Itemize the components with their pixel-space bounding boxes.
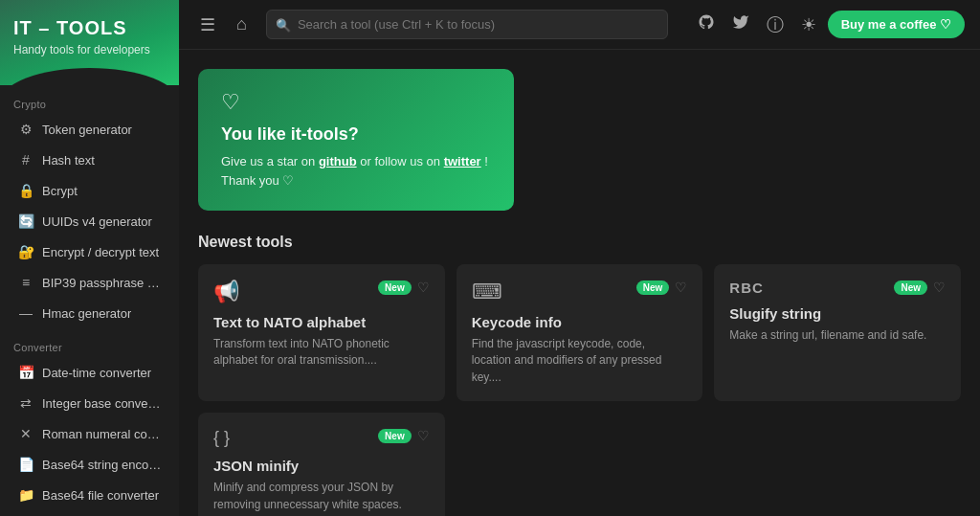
promo-twitter-link[interactable]: twitter — [444, 154, 481, 168]
tool-card-header: 📢 New ♡ — [213, 280, 430, 304]
new-badge: New — [378, 429, 412, 443]
lock-icon: 🔒 — [17, 183, 34, 198]
promo-text: Give us a star on github or follow us on… — [221, 152, 491, 190]
topbar-right: ⓘ ☀ Buy me a coffee ♡ — [692, 8, 965, 42]
search-input[interactable] — [266, 10, 668, 39]
new-badge: New — [894, 280, 927, 295]
menu-button[interactable]: ☰ — [194, 9, 221, 41]
sidebar-item-bcrypt[interactable]: 🔒 Bcrypt — [4, 176, 175, 205]
sidebar-label: Encrypt / decrypt text — [42, 245, 159, 259]
tool-card-keycode[interactable]: ⌨ New ♡ Keycode info Find the javascript… — [457, 264, 703, 401]
tool-card-json-minify[interactable]: { } New ♡ JSON minify Minify and compres… — [198, 413, 445, 516]
sidebar-header: IT – TOOLS Handy tools for developers — [0, 0, 179, 85]
tools-grid-bottom: { } New ♡ JSON minify Minify and compres… — [198, 413, 961, 516]
tool-card-header: RBC New ♡ — [729, 280, 946, 296]
github-icon — [698, 13, 715, 35]
favorite-icon[interactable]: ♡ — [933, 280, 946, 295]
roman-icon: ✕ — [17, 426, 34, 441]
tool-card-name: Slugify string — [729, 305, 946, 322]
token-icon: ⚙ — [17, 122, 34, 137]
theme-button[interactable]: ☀ — [795, 9, 822, 41]
keyboard-icon: ⌨ — [472, 280, 502, 304]
bip-icon: ≡ — [17, 275, 34, 290]
sidebar-label: Hmac generator — [42, 306, 131, 321]
json-icon: { } — [213, 428, 230, 448]
favorite-icon[interactable]: ♡ — [417, 428, 430, 443]
sidebar-label: Token generator — [42, 123, 132, 137]
info-button[interactable]: ⓘ — [761, 8, 790, 42]
base64-file-icon: 📁 — [17, 487, 34, 503]
sidebar-label: Bcrypt — [42, 184, 78, 198]
sidebar-label: Hash text — [42, 153, 95, 168]
sidebar-item-base64-string[interactable]: 📄 Base64 string encoder... — [4, 450, 175, 479]
github-button[interactable] — [692, 8, 721, 41]
promo-github-link[interactable]: github — [319, 154, 357, 168]
sidebar-title: IT – TOOLS — [13, 17, 166, 39]
promo-text-middle: or follow us on — [360, 154, 443, 168]
sidebar-item-hmac[interactable]: — Hmac generator — [4, 299, 175, 327]
abc-icon: RBC — [729, 280, 764, 296]
hmac-icon: — — [17, 305, 34, 321]
sidebar-label: Date-time converter — [42, 366, 151, 380]
card-badges: New ♡ — [636, 280, 688, 295]
sidebar-item-base64-file[interactable]: 📁 Base64 file converter — [4, 481, 175, 509]
twitter-icon — [732, 13, 749, 35]
info-icon: ⓘ — [767, 13, 784, 36]
tool-card-nato[interactable]: 📢 New ♡ Text to NATO alphabet Transform … — [198, 264, 445, 401]
buy-coffee-button[interactable]: Buy me a coffee ♡ — [828, 11, 965, 38]
sidebar-section-crypto: Crypto — [0, 85, 179, 114]
sidebar-section-converter: Converter — [0, 328, 179, 357]
promo-heart-icon: ♡ — [221, 90, 491, 115]
nato-icon: 📢 — [213, 280, 239, 304]
new-badge: New — [378, 280, 412, 295]
promo-title: You like it-tools? — [221, 124, 491, 145]
sidebar-item-base-converter[interactable]: ⇄ Integer base converter — [4, 389, 175, 417]
tool-card-desc: Make a string url, filename and id safe. — [729, 327, 946, 344]
card-badges: New ♡ — [378, 428, 430, 443]
base-icon: ⇄ — [17, 395, 34, 411]
promo-text-before: Give us a star on — [221, 154, 319, 168]
card-badges: New ♡ — [894, 280, 946, 295]
sidebar-label: BIP39 passphrase gen... — [42, 276, 162, 290]
sidebar: IT – TOOLS Handy tools for developers Cr… — [0, 0, 179, 516]
theme-icon: ☀ — [801, 14, 816, 35]
sidebar-item-token-generator[interactable]: ⚙ Token generator — [4, 115, 175, 144]
tool-card-name: Text to NATO alphabet — [213, 314, 430, 330]
home-button[interactable]: ⌂ — [231, 9, 253, 40]
tool-card-header: { } New ♡ — [213, 428, 430, 448]
newest-section-title: Newest tools — [198, 234, 961, 251]
sidebar-item-datetime[interactable]: 📅 Date-time converter — [4, 358, 175, 387]
favorite-icon[interactable]: ♡ — [675, 280, 687, 295]
sidebar-label: Roman numeral conve... — [42, 427, 162, 441]
sidebar-subtitle: Handy tools for developers — [13, 43, 166, 56]
hash-icon: # — [17, 152, 34, 168]
base64-string-icon: 📄 — [17, 457, 34, 472]
twitter-button[interactable] — [726, 8, 755, 41]
sidebar-item-uuid[interactable]: 🔄 UUIDs v4 generator — [4, 207, 175, 236]
tool-card-name: JSON minify — [213, 458, 430, 474]
promo-card: ♡ You like it-tools? Give us a star on g… — [198, 69, 514, 211]
sidebar-label: Base64 string encoder... — [42, 458, 162, 472]
sidebar-item-encrypt[interactable]: 🔐 Encrypt / decrypt text — [4, 237, 175, 266]
tool-card-header: ⌨ New ♡ — [472, 280, 688, 304]
home-icon: ⌂ — [236, 14, 247, 34]
encrypt-icon: 🔐 — [17, 244, 34, 259]
tool-card-desc: Minify and compress your JSON by removin… — [213, 480, 430, 513]
card-badges: New ♡ — [378, 280, 430, 295]
sidebar-item-bip39[interactable]: ≡ BIP39 passphrase gen... — [4, 268, 175, 297]
tool-card-slugify[interactable]: RBC New ♡ Slugify string Make a string u… — [714, 264, 961, 401]
search-bar: 🔍 — [266, 10, 668, 39]
favorite-icon[interactable]: ♡ — [417, 280, 430, 295]
menu-icon: ☰ — [200, 14, 215, 35]
content-area: ♡ You like it-tools? Give us a star on g… — [179, 50, 980, 516]
tool-card-desc: Find the javascript keycode, code, locat… — [472, 336, 688, 386]
sidebar-label: Base64 file converter — [42, 488, 159, 503]
sidebar-item-hash-text[interactable]: # Hash text — [4, 146, 175, 174]
main-area: ☰ ⌂ 🔍 ⓘ ☀ Buy — [179, 0, 980, 516]
new-badge: New — [636, 280, 670, 295]
sidebar-label: Integer base converter — [42, 396, 162, 411]
sidebar-item-roman[interactable]: ✕ Roman numeral conve... — [4, 419, 175, 448]
calendar-icon: 📅 — [17, 365, 34, 380]
tool-card-name: Keycode info — [472, 314, 688, 330]
sidebar-label: UUIDs v4 generator — [42, 214, 152, 229]
